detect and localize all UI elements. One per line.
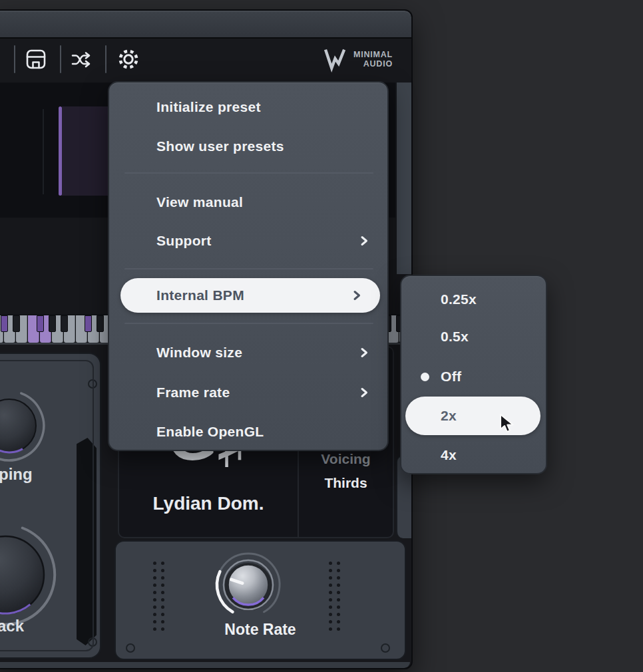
menu-item-internal-bpm[interactable]: Internal BPM bbox=[120, 278, 380, 313]
grip-dot bbox=[337, 591, 340, 594]
menu-separator bbox=[124, 268, 373, 269]
piano-key-black[interactable] bbox=[1, 315, 8, 332]
side-panel-edge bbox=[395, 83, 413, 274]
grip-dot bbox=[329, 605, 332, 609]
piano-key-black[interactable] bbox=[61, 315, 68, 332]
grip-dot bbox=[153, 605, 156, 609]
shuffle-icon bbox=[70, 47, 94, 71]
damping-label-partial: ping bbox=[0, 465, 33, 484]
grip-dot bbox=[337, 562, 340, 565]
grip-dot bbox=[153, 562, 156, 565]
grip-dot bbox=[329, 591, 332, 594]
brand-line1: MINIMAL bbox=[353, 50, 393, 59]
voicing-label: Voicing bbox=[298, 451, 394, 467]
grip-dot bbox=[161, 598, 164, 601]
settings-gear-icon bbox=[116, 47, 141, 72]
panel-groove-decoration bbox=[77, 438, 97, 645]
grip-dot bbox=[161, 569, 164, 572]
grip-dot bbox=[329, 562, 332, 565]
grip-dot bbox=[337, 576, 340, 580]
grip-dot bbox=[329, 613, 332, 616]
piano-key-black[interactable] bbox=[13, 315, 20, 332]
chevron-right-icon bbox=[358, 347, 370, 359]
piano-key-black[interactable] bbox=[85, 315, 92, 332]
grip-dot bbox=[153, 591, 156, 594]
brand-logo: MINIMAL AUDIO bbox=[322, 45, 393, 73]
settings-menu: Initialize preset Show user presets View… bbox=[108, 81, 389, 451]
grip-dot bbox=[329, 584, 332, 587]
menu-item-show-user-presets[interactable]: Show user presets bbox=[109, 132, 387, 161]
menu-item-frame-rate[interactable]: Frame rate bbox=[109, 378, 387, 407]
toolbar-divider bbox=[60, 45, 61, 73]
note-rate-panel: Note Rate bbox=[114, 540, 406, 660]
grip-dot bbox=[161, 576, 164, 580]
chevron-right-icon bbox=[358, 235, 370, 247]
grip-dot bbox=[153, 613, 156, 616]
minimal-audio-logo-icon bbox=[322, 45, 347, 73]
brand-name: MINIMAL AUDIO bbox=[353, 50, 393, 69]
grip-dot bbox=[153, 576, 156, 580]
randomize-button[interactable] bbox=[69, 47, 95, 72]
menu-item-enable-opengl[interactable]: Enable OpenGL bbox=[109, 417, 387, 446]
submenu-item-off[interactable]: Off bbox=[401, 362, 546, 391]
screw bbox=[126, 643, 135, 653]
grip-dot bbox=[161, 605, 164, 609]
screw bbox=[88, 379, 97, 389]
menu-item-window-size[interactable]: Window size bbox=[109, 338, 387, 367]
submenu-item-4x[interactable]: 4x bbox=[401, 440, 546, 470]
feedback-label-partial: ack bbox=[0, 617, 24, 635]
grip-dot bbox=[329, 576, 332, 580]
grip-dot bbox=[337, 613, 340, 616]
menu-separator bbox=[124, 172, 373, 174]
scale-name[interactable]: Lydian Dom. bbox=[119, 493, 298, 514]
chevron-right-icon bbox=[358, 387, 370, 399]
feedback-knob[interactable] bbox=[0, 518, 62, 631]
grip-dot bbox=[329, 598, 332, 601]
grip-dot bbox=[161, 584, 164, 587]
screen: MINIMAL AUDIO bbox=[0, 0, 643, 672]
grip-dot bbox=[337, 598, 340, 601]
submenu-item-0-5x[interactable]: 0.5x bbox=[401, 322, 546, 351]
title-bar[interactable] bbox=[0, 11, 411, 39]
grip-dot bbox=[153, 584, 156, 587]
menu-item-support[interactable]: Support bbox=[109, 226, 387, 255]
screw bbox=[381, 643, 390, 653]
grip-dot bbox=[153, 569, 156, 572]
settings-button[interactable] bbox=[116, 47, 141, 72]
window-bottom-edge bbox=[0, 662, 410, 668]
brand-line2: AUDIO bbox=[353, 59, 393, 69]
chevron-right-icon bbox=[351, 289, 363, 301]
toolbar-divider bbox=[105, 45, 107, 73]
internal-bpm-submenu: 0.25x 0.5x Off 2x 4x bbox=[400, 275, 547, 474]
piano-key-black[interactable] bbox=[49, 315, 56, 332]
grip-dot bbox=[161, 562, 164, 565]
sequencer-playhead bbox=[59, 106, 62, 196]
grip-dot bbox=[161, 613, 164, 616]
sequencer-active-region bbox=[62, 106, 108, 196]
sequencer-gridline bbox=[43, 109, 44, 194]
submenu-item-0-25x[interactable]: 0.25x bbox=[401, 285, 546, 314]
piano-key-black[interactable] bbox=[37, 315, 44, 332]
grip-dot bbox=[153, 598, 156, 601]
screw bbox=[88, 637, 97, 647]
save-icon bbox=[24, 47, 48, 71]
grip-dot bbox=[337, 584, 340, 587]
voicing-value[interactable]: Thirds bbox=[298, 475, 394, 491]
grip-dot bbox=[337, 605, 340, 609]
grip-dot bbox=[329, 569, 332, 572]
note-rate-knob[interactable] bbox=[208, 545, 288, 625]
piano-key-black[interactable] bbox=[97, 315, 104, 332]
menu-item-view-manual[interactable]: View manual bbox=[109, 188, 387, 217]
damping-knob[interactable] bbox=[0, 386, 49, 466]
menu-item-initialize-preset[interactable]: Initialize preset bbox=[109, 92, 387, 122]
note-rate-label: Note Rate bbox=[116, 621, 405, 639]
save-preset-button[interactable] bbox=[23, 47, 49, 72]
toolbar-divider bbox=[14, 45, 15, 73]
grip-dot bbox=[337, 569, 340, 572]
menu-separator bbox=[124, 323, 373, 324]
grip-dot bbox=[161, 591, 164, 594]
submenu-item-2x[interactable]: 2x bbox=[405, 397, 540, 435]
